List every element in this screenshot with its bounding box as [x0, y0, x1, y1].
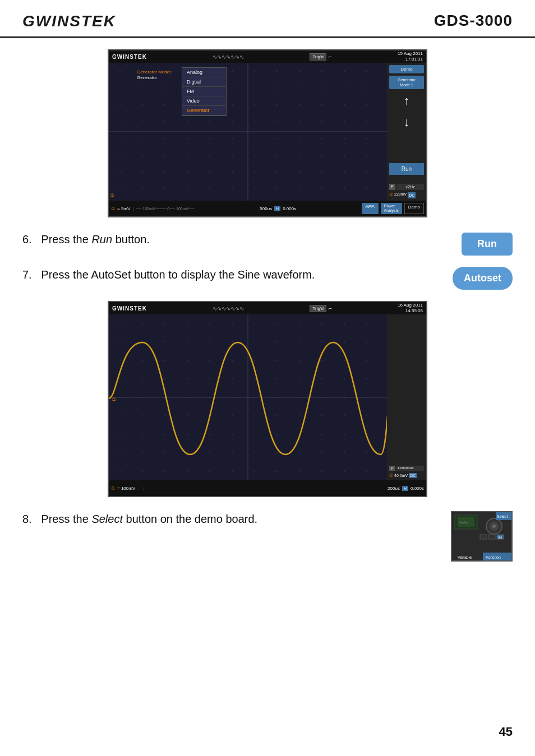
spacer2: |	[143, 486, 144, 491]
step-6-row: 6. Press the Run button. Run	[22, 231, 513, 256]
oscilloscope-screen-1: GWINSTEK ∿∿∿∿∿∿∿ Trig'd ⌐ 15 Aug 2011 17…	[108, 49, 427, 217]
scope-datetime-1: 15 Aug 2011 17:01:31	[398, 51, 423, 63]
scope-screen-2-container: GWINSTEK ∿∿∿∿∿∿∿ Trig'd ⌐ 16 Aug 2011 14…	[22, 301, 513, 497]
ch1-marker-1: ①	[110, 193, 114, 198]
dropdown-analog[interactable]: Analog	[182, 68, 226, 77]
scope-trig-2: Trig'd ⌐	[310, 305, 331, 312]
spacer1: |	[132, 206, 133, 211]
mv-display-1: 228mV	[394, 192, 407, 198]
time-val-1: 0.000s	[283, 206, 296, 211]
p-indicator-2: P	[389, 466, 395, 471]
dc-button-1[interactable]: DC	[408, 192, 416, 198]
scope-body-2: ① P 1.09994Hz ① 40.0mV DC	[109, 314, 426, 480]
run-button-scope1[interactable]: Run	[389, 163, 424, 175]
autoset-button-step7[interactable]: Autoset	[453, 267, 513, 290]
waveform-icon-2: ∿∿∿∿∿∿∿	[213, 305, 244, 312]
scope-trig-1: Trig'd ⌐	[310, 53, 331, 61]
svg-rect-18	[488, 535, 495, 539]
scope-sidebar-2: P 1.09994Hz ① 40.0mV DC	[387, 314, 426, 480]
scope-sidebar-1: Demo GeneratorMode 1 ↑ ↓ Run P <2Hz ① 22…	[387, 63, 426, 201]
step-8-text: 8. Press the Select button on the demo b…	[22, 511, 440, 527]
app-button[interactable]: APP.	[362, 203, 378, 215]
svg-rect-17	[480, 535, 487, 539]
scope-svg-2: ①	[109, 314, 387, 480]
scope-dropdown-1: Analog Digtial FM Video Generator	[182, 67, 227, 116]
scope-body-1: Generator Model: Generator Analog Digtia…	[109, 63, 426, 201]
generator-label: Generator Model:	[137, 69, 172, 75]
time-val-2: 0.000s	[411, 486, 424, 491]
svg-text:Sel: Sel	[498, 536, 502, 539]
ch1-value-bottom-2: = 100mV	[117, 486, 135, 491]
scope-bottom-bar-2: ① = 100mV | 200us H 0.000s	[109, 480, 426, 496]
scope-datetime-2: 16 Aug 2011 14:55:08	[398, 303, 423, 314]
time-display-1: 500us	[260, 206, 272, 211]
power-analysis-button[interactable]: PowerAnalysis	[381, 203, 402, 215]
ch-indicator-2: ①	[389, 473, 393, 478]
logo-text: GWINSTEK	[22, 10, 116, 30]
scope-top-bar-2: GWINSTEK ∿∿∿∿∿∿∿ Trig'd ⌐ 16 Aug 2011 14…	[109, 302, 426, 314]
down-arrow-button[interactable]: ↓	[389, 113, 424, 132]
freq-display-1: <2Hz	[396, 184, 424, 190]
ch1-indicator-bottom: ①	[111, 206, 115, 211]
model-name: GDS-3000	[434, 12, 513, 30]
waveform-icon: ∿∿∿∿∿∿∿	[213, 54, 244, 60]
svg-text:Function: Function	[486, 555, 501, 559]
step-8-text-area: 8. Press the Select button on the demo b…	[22, 511, 440, 527]
trig-badge-2: Trig'd	[310, 305, 326, 312]
ch1-value-bottom: = 5mV	[117, 206, 130, 211]
svg-text:display: display	[459, 521, 468, 524]
generator-value: Generator	[137, 75, 157, 80]
svg-text:Select: Select	[497, 514, 508, 518]
trig-badge-1: Trig'd	[310, 53, 326, 61]
step-6-text: 6. Press the Run button.	[22, 231, 450, 247]
bottom-dots-1: ── 100mV──── 0── 100mV──	[136, 207, 194, 211]
dropdown-video[interactable]: Video	[182, 96, 226, 106]
scope-brand-2: GWINSTEK	[112, 305, 147, 312]
scope-brand-1: GWINSTEK	[112, 54, 147, 60]
demo-button-1[interactable]: Demo	[389, 65, 424, 73]
main-content: GWINSTEK ∿∿∿∿∿∿∿ Trig'd ⌐ 15 Aug 2011 17…	[0, 38, 535, 590]
step-6-text-area: 6. Press the Run button.	[22, 231, 450, 247]
scope-top-bar-1: GWINSTEK ∿∿∿∿∿∿∿ Trig'd ⌐ 15 Aug 2011 17…	[109, 50, 426, 63]
demo-board-svg: display Sel Variable Function Select	[452, 512, 513, 562]
scope-grid-area-2: ①	[109, 314, 387, 480]
app-buttons-area: APP. PowerAnalysis Demo	[362, 203, 424, 215]
generator-mode-button[interactable]: GeneratorMode 1	[389, 76, 424, 89]
step-7-row: 7. Press the AutoSet button to display t…	[22, 267, 513, 290]
dropdown-digtial[interactable]: Digtial	[182, 77, 226, 87]
dot-grid-1	[109, 63, 387, 201]
scope-grid-area-1: Generator Model: Generator Analog Digtia…	[109, 63, 387, 201]
page-header: GWINSTEK GDS-3000	[0, 0, 535, 38]
trig-icon-1: ⌐	[329, 54, 332, 60]
ch1-indicator-bottom-2: ①	[111, 486, 115, 491]
ch-indicator-1: ①	[389, 192, 393, 198]
up-arrow-button[interactable]: ↑	[389, 91, 424, 110]
oscilloscope-screen-2: GWINSTEK ∿∿∿∿∿∿∿ Trig'd ⌐ 16 Aug 2011 14…	[108, 301, 427, 497]
step-7-text: 7. Press the AutoSet button to display t…	[22, 267, 441, 282]
time-btn-1[interactable]: H	[274, 206, 280, 211]
logo: GWINSTEK	[22, 10, 116, 31]
dc-button-2[interactable]: DC	[409, 473, 417, 478]
step-8-row: 8. Press the Select button on the demo b…	[22, 511, 513, 562]
svg-text:①: ①	[112, 396, 117, 402]
time-display-2: 200us	[388, 486, 400, 491]
step-7-text-area: 7. Press the AutoSet button to display t…	[22, 267, 441, 282]
svg-point-16	[492, 525, 496, 528]
page-number: 45	[499, 725, 513, 739]
scope-screen-1-container: GWINSTEK ∿∿∿∿∿∿∿ Trig'd ⌐ 15 Aug 2011 17…	[22, 49, 513, 217]
demo-app-button[interactable]: Demo	[404, 203, 424, 215]
trig-icon-2: ⌐	[329, 305, 332, 312]
step-6-number: 6. Press the Run button.	[22, 233, 150, 245]
dropdown-generator[interactable]: Generator	[182, 106, 226, 115]
time-btn-2[interactable]: H	[402, 486, 408, 491]
freq-display-2: 1.09994Hz	[396, 466, 424, 471]
dropdown-fm[interactable]: FM	[182, 87, 226, 96]
svg-text:Variable: Variable	[458, 555, 472, 559]
mv-display-2: 40.0mV	[394, 474, 408, 477]
demo-board-image: display Sel Variable Function Select	[451, 511, 513, 562]
scope-bottom-bar-1: ① = 5mV | ── 100mV──── 0── 100mV── 500us…	[109, 201, 426, 216]
p-indicator-1: P	[389, 184, 395, 190]
run-button-step6[interactable]: Run	[462, 233, 513, 256]
